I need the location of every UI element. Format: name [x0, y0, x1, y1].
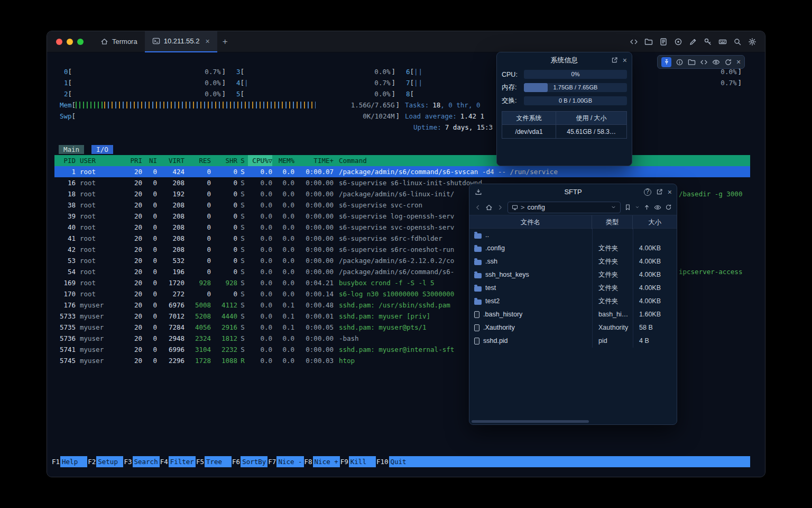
- function-key[interactable]: F1Help: [51, 456, 87, 467]
- function-key[interactable]: F10Quit: [376, 456, 416, 467]
- eye-icon[interactable]: [712, 58, 720, 66]
- file-row[interactable]: test2 文件夹 4.00KB: [469, 295, 677, 308]
- file-row[interactable]: sshd.pid pid 4 B: [469, 334, 677, 348]
- col-ni[interactable]: NI: [142, 155, 157, 166]
- back-icon[interactable]: [474, 204, 482, 211]
- function-key[interactable]: F7Nice -: [267, 456, 303, 467]
- settings-gear-icon[interactable]: [748, 38, 756, 46]
- cell-pri: 20: [124, 233, 142, 244]
- chevron-down-icon[interactable]: [611, 204, 616, 210]
- cell-res: 0: [184, 288, 211, 300]
- keyboard-icon[interactable]: [718, 38, 727, 46]
- file-row[interactable]: test 文件夹 4.00KB: [469, 282, 677, 295]
- search-icon[interactable]: [733, 38, 742, 46]
- pin-button[interactable]: [661, 57, 671, 67]
- col-pri[interactable]: PRI: [124, 155, 142, 166]
- folder-icon[interactable]: [688, 58, 696, 66]
- forward-icon[interactable]: [496, 204, 504, 211]
- sftp-col-type[interactable]: 类型: [592, 215, 633, 229]
- fs-col-usage: 使用 / 大小: [556, 112, 626, 124]
- col-virt[interactable]: VIRT: [157, 155, 184, 166]
- cpu-meter-5: 5[0.0%]: [236, 90, 395, 98]
- upload-icon[interactable]: [643, 204, 650, 211]
- cell-ni: 0: [142, 344, 157, 355]
- col-user[interactable]: USER: [76, 155, 124, 166]
- sysinfo-swap-row: 交换: 0 B / 1.00GB: [497, 94, 632, 107]
- home-icon[interactable]: [485, 204, 493, 211]
- swap-meter: Swp[0K/1024M]: [60, 112, 400, 120]
- sftp-col-filename[interactable]: 文件名: [469, 215, 592, 229]
- col-shr[interactable]: SHR: [211, 155, 237, 166]
- cell-pri: 20: [124, 244, 142, 255]
- function-key[interactable]: F6SortBy: [232, 456, 267, 467]
- col-res[interactable]: RES: [184, 155, 211, 166]
- function-key[interactable]: F5Tree: [196, 456, 232, 467]
- close-panel-icon[interactable]: ×: [623, 57, 627, 64]
- refresh-icon[interactable]: [665, 204, 672, 211]
- cell-res: 0: [184, 233, 211, 244]
- tab-close-icon[interactable]: ×: [205, 37, 209, 46]
- close-window-button[interactable]: [56, 39, 62, 45]
- open-in-window-icon[interactable]: [656, 188, 663, 195]
- show-hidden-eye-icon[interactable]: [654, 204, 661, 211]
- function-key[interactable]: F8Nice +: [304, 456, 340, 467]
- htop-tab-main[interactable]: Main: [59, 145, 84, 154]
- cell-time: 0:00.14: [294, 288, 334, 300]
- sftp-col-size[interactable]: 大小: [633, 215, 677, 229]
- bookmark-icon[interactable]: [624, 204, 631, 211]
- edit-icon[interactable]: [689, 38, 697, 46]
- file-row[interactable]: .bash_history bash_hi… 1.60KB: [469, 308, 677, 321]
- cell-state: S: [237, 300, 248, 311]
- file-row[interactable]: ssh_host_keys 文件夹 4.00KB: [469, 268, 677, 282]
- close-toolbar-icon[interactable]: ×: [736, 58, 741, 66]
- col-mem[interactable]: MEM%: [272, 155, 294, 166]
- htop-screen-tabs: Main I/O: [51, 144, 750, 155]
- cell-ni: 0: [142, 277, 157, 288]
- open-in-window-icon[interactable]: [611, 57, 618, 64]
- file-type: Xauthority: [592, 321, 633, 334]
- minimize-window-button[interactable]: [67, 39, 73, 45]
- download-icon[interactable]: [475, 188, 482, 196]
- new-tab-button[interactable]: +: [217, 37, 233, 47]
- function-key[interactable]: F3Search: [123, 456, 159, 467]
- file-row[interactable]: ..: [469, 229, 677, 242]
- help-icon[interactable]: ?: [644, 188, 651, 196]
- cell-virt: 208: [157, 177, 184, 188]
- tab-home[interactable]: Termora: [93, 31, 145, 52]
- file-row[interactable]: .Xauthority Xauthority 58 B: [469, 321, 677, 334]
- folder-icon[interactable]: [644, 38, 653, 46]
- file-row[interactable]: .config 文件夹 4.00KB: [469, 242, 677, 255]
- info-icon[interactable]: [676, 58, 684, 66]
- file-row[interactable]: .ssh 文件夹 4.00KB: [469, 255, 677, 268]
- function-key[interactable]: F4Filter: [160, 456, 196, 467]
- log-icon[interactable]: [659, 38, 668, 46]
- cell-pri: 20: [124, 333, 142, 344]
- htop-tab-io[interactable]: I/O: [91, 145, 113, 154]
- horizontal-scrollbar[interactable]: [472, 420, 589, 423]
- zoom-window-button[interactable]: [77, 39, 84, 45]
- path-breadcrumb[interactable]: > config: [508, 202, 621, 213]
- function-key[interactable]: F2Setup: [87, 456, 123, 467]
- file-size: 4.00KB: [633, 242, 677, 255]
- key-icon[interactable]: [704, 38, 712, 46]
- col-cpu-sort[interactable]: CPU%▽: [248, 155, 272, 166]
- sysinfo-swap-label: 交换:: [502, 96, 524, 105]
- col-state[interactable]: S: [237, 155, 248, 166]
- bookmark-chevron-icon[interactable]: [635, 205, 640, 210]
- cell-ni: 0: [142, 222, 157, 233]
- function-key[interactable]: F9Kill: [340, 456, 376, 467]
- col-pid[interactable]: PID: [54, 155, 76, 166]
- function-key-number: F9: [340, 456, 349, 467]
- file-type: bash_hi…: [592, 308, 633, 321]
- code-icon[interactable]: [630, 38, 638, 46]
- process-row[interactable]: 1 root 20 0 424 0 0 S 0.0 0.0 0:00.07 /p…: [54, 166, 750, 177]
- refresh-icon[interactable]: [724, 58, 732, 66]
- cell-mem: 0.0: [272, 266, 294, 277]
- tab-session[interactable]: 10.211.55.2 ×: [145, 31, 217, 52]
- col-time[interactable]: TIME+: [294, 155, 334, 166]
- record-icon[interactable]: [674, 38, 682, 46]
- filesystem-row[interactable]: /dev/vda1 45.61GB / 58.3…: [502, 124, 626, 138]
- code-icon[interactable]: [700, 58, 708, 66]
- close-sftp-icon[interactable]: ×: [668, 188, 672, 196]
- sysinfo-cpu-bar: 0%: [524, 70, 627, 79]
